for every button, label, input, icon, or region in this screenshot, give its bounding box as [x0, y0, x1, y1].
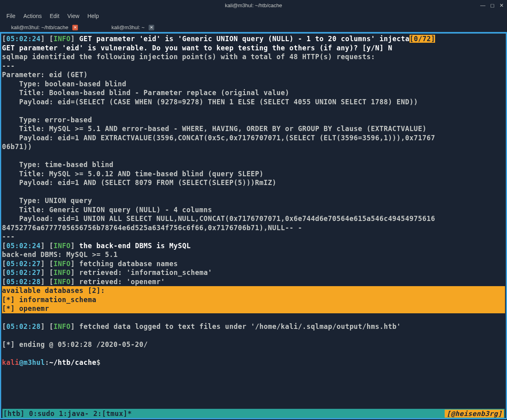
log-level: INFO	[54, 242, 71, 250]
prompt-colon: :	[45, 358, 49, 366]
timestamp: 05:02:28	[6, 278, 41, 286]
prompt-user: kali	[2, 358, 19, 366]
log-line: [*] ending @ 05:02:28 /2020-05-20/	[2, 340, 148, 348]
log-text: retrieved: 'openemr'	[75, 278, 165, 286]
timestamp: 05:02:24	[6, 35, 41, 43]
window-controls: — ◻ ✕	[480, 2, 504, 8]
log-line: 84752776a6777705656756b78764e6d525a634f7…	[2, 224, 302, 232]
menubar: File Actions Edit View Help	[0, 10, 507, 22]
log-text: fetched data logged to text files under …	[75, 322, 401, 330]
log-level: INFO	[54, 322, 71, 330]
log-line: Payload: eid=1 UNION ALL SELECT NULL,NUL…	[2, 215, 435, 223]
window-title: kali@m3hul: ~/htb/cache	[225, 2, 282, 8]
log-text: the back-end DBMS is MySQL	[79, 242, 191, 250]
log-line: Title: MySQL >= 5.1 AND error-based - WH…	[2, 125, 427, 133]
tab-1-close-icon[interactable]: ✕	[72, 25, 78, 30]
log-line: Payload: eid=1 AND (SELECT 8079 FROM (SE…	[2, 179, 276, 187]
log-level: INFO	[54, 35, 71, 43]
log-line: ---	[2, 233, 15, 241]
terminal-output[interactable]: [05:02:24] [INFO] GET parameter 'eid' is…	[1, 34, 506, 368]
log-line: Parameter: eid (GET)	[2, 71, 88, 79]
log-text: retrieved: 'information_schema'	[75, 269, 213, 277]
timestamp: 05:02:28	[6, 322, 41, 330]
tab-1-label: kali@m3hul: ~/htb/cache	[11, 24, 68, 30]
tab-2-label: kali@m3hul: ~	[111, 24, 145, 30]
search-counter: [0/72]	[410, 35, 435, 43]
log-line: sqlmap identified the following injectio…	[2, 53, 375, 61]
tab-2[interactable]: kali@m3hul: ~ ✕	[107, 23, 159, 32]
log-text: fetching database names	[75, 260, 178, 268]
menu-help[interactable]: Help	[87, 13, 99, 19]
tmux-windows[interactable]: [htb] 0:sudo 1:java- 2:[tmux]*	[3, 410, 445, 418]
prompt-dollar: $	[96, 358, 101, 366]
log-level: INFO	[54, 269, 71, 277]
log-line: Payload: eid=1 AND EXTRACTVALUE(3596,CON…	[2, 134, 435, 142]
terminal-container: [05:02:24] [INFO] GET parameter 'eid' is…	[0, 33, 507, 419]
prompt-host: m3hul	[24, 358, 45, 366]
log-line: ---	[2, 62, 15, 70]
window-titlebar: kali@m3hul: ~/htb/cache — ◻ ✕	[0, 0, 507, 10]
log-level: INFO	[54, 260, 71, 268]
log-line: Type: boolean-based blind	[2, 80, 126, 88]
menu-file[interactable]: File	[6, 13, 16, 19]
menu-view[interactable]: View	[68, 13, 80, 19]
menu-edit[interactable]: Edit	[50, 13, 59, 19]
log-level: INFO	[54, 278, 71, 286]
log-line: Title: Generic UNION query (NULL) - 4 co…	[2, 206, 212, 214]
prompt-path: ~/htb/cache	[49, 358, 96, 366]
timestamp: 05:02:24	[6, 242, 41, 250]
timestamp: 05:02:27	[6, 269, 41, 277]
tabbar: kali@m3hul: ~/htb/cache ✕ kali@m3hul: ~ …	[0, 22, 507, 33]
menu-actions[interactable]: Actions	[24, 13, 42, 19]
minimize-button[interactable]: —	[480, 2, 485, 8]
maximize-button[interactable]: ◻	[490, 2, 495, 8]
log-line: Payload: eid=(SELECT (CASE WHEN (9278=92…	[2, 98, 418, 106]
tmux-session-name: [@heisenb3rg]	[445, 410, 504, 418]
log-line: 06b71))	[2, 143, 32, 151]
close-button[interactable]: ✕	[499, 2, 504, 8]
log-line: back-end DBMS: MySQL >= 5.1	[2, 251, 118, 259]
tab-1[interactable]: kali@m3hul: ~/htb/cache ✕	[6, 23, 83, 32]
log-text: GET parameter 'eid' is 'Generic UNION qu…	[79, 35, 410, 43]
timestamp: 05:02:27	[6, 260, 41, 268]
log-line: Title: Boolean-based blind - Parameter r…	[2, 89, 289, 97]
prompt-at: @	[19, 358, 24, 366]
db-entry: [*] information_schema	[2, 295, 505, 305]
tmux-statusbar: [htb] 0:sudo 1:java- 2:[tmux]* [@heisenb…	[2, 409, 505, 418]
log-line: Type: UNION query	[2, 197, 92, 205]
log-line: Type: time-based blind	[2, 161, 113, 169]
log-line: GET parameter 'eid' is vulnerable. Do yo…	[2, 44, 392, 52]
tab-2-close-icon[interactable]: ✕	[149, 25, 154, 30]
log-line: Type: error-based	[2, 116, 92, 124]
log-line: Title: MySQL >= 5.0.12 AND time-based bl…	[2, 170, 264, 178]
db-highlight-header: available databases [2]:	[2, 286, 505, 295]
db-entry: [*] openemr	[2, 304, 505, 313]
